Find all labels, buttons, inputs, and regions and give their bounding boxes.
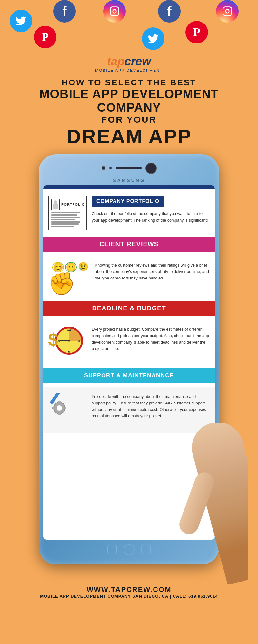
footer-tagline: MOBILE APP DEVELOPMENT COMPANY SAN DIEGO… xyxy=(6,594,252,599)
facebook-icon-2: f xyxy=(158,0,181,23)
logo-text: tapcrew xyxy=(107,55,151,68)
svg-rect-15 xyxy=(58,412,61,415)
instagram-icon-2 xyxy=(216,0,239,23)
logo-crew: crew xyxy=(124,55,151,68)
section-portfolio: PORTFOLIO C xyxy=(43,189,215,237)
twitter-icon-1 xyxy=(10,10,32,32)
twitter-icon-2 xyxy=(142,27,164,50)
deadline-content: Every project has a budget. Compare the … xyxy=(92,326,210,352)
headline-line3: FOR YOUR xyxy=(19,115,239,125)
phone-speaker xyxy=(116,167,142,169)
deadline-strip: DEADLINE & BUDGET xyxy=(43,301,215,320)
clock-svg: 12 3 6 9 xyxy=(55,326,84,355)
support-wrench-icon xyxy=(48,393,87,427)
phone-hand-area: SAMSUNG PORTFOLIO xyxy=(0,154,258,577)
logo: tapcrew xyxy=(107,55,151,68)
support-strip: SUPPORT & MAINTENANNCE xyxy=(43,368,215,387)
section-deadline: $ xyxy=(43,320,215,368)
page-background: f f P P tapcrew Mobile App Development H… xyxy=(0,0,258,644)
headline-area: HOW TO SELECT THE BEST MOBILE APP DEVELO… xyxy=(0,74,258,154)
svg-rect-16 xyxy=(64,407,66,409)
sad-face: 😢 xyxy=(78,262,88,273)
phone-back-button[interactable] xyxy=(107,545,117,554)
portfolio-text: Check out the portfolio of the company t… xyxy=(92,211,210,223)
social-icons-area: f f P P xyxy=(0,0,258,52)
fist-emoji: ✊ xyxy=(48,272,75,294)
logo-subtitle: Mobile App Development xyxy=(0,68,258,73)
portfolio-person-icon xyxy=(51,199,60,210)
portfolio-content: COMPANY PORTFOLIO Check out the portfoli… xyxy=(92,196,210,223)
svg-rect-0 xyxy=(110,7,119,16)
wrench-gear-svg xyxy=(48,393,84,426)
support-content: Pre-decide with the company about their … xyxy=(92,393,210,419)
svg-point-13 xyxy=(57,405,62,411)
reviews-icon: ✊ 😊 😐 😢 xyxy=(48,262,90,294)
svg-text:6: 6 xyxy=(68,349,70,353)
phone-camera-main xyxy=(145,163,157,174)
svg-rect-14 xyxy=(58,401,61,403)
hand-area xyxy=(177,423,248,584)
support-text: Pre-decide with the company about their … xyxy=(92,393,210,419)
logo-tap: tap xyxy=(107,55,124,68)
section-reviews: ✊ 😊 😐 😢 Knowing the customer reviews and… xyxy=(43,256,215,301)
reviews-badge: CLIENT REVIEWS xyxy=(43,237,215,252)
reviews-strip: CLIENT REVIEWS xyxy=(43,237,215,256)
headline-line4: DREAM APP xyxy=(19,125,239,148)
svg-text:12: 12 xyxy=(67,328,71,331)
pinterest-icon-1: P xyxy=(34,26,56,48)
portfolio-label: PORTFOLIO xyxy=(61,203,85,206)
reviews-text: Knowing the customer reviews and their r… xyxy=(95,262,210,281)
reviews-content: Knowing the customer reviews and their r… xyxy=(95,262,210,281)
svg-text:3: 3 xyxy=(78,339,80,342)
phone-menu-button[interactable] xyxy=(141,545,151,554)
deadline-text: Every project has a budget. Compare the … xyxy=(92,326,210,352)
deadline-badge: DEADLINE & BUDGET xyxy=(43,301,215,316)
svg-text:9: 9 xyxy=(58,339,60,342)
support-badge: SUPPORT & MAINTENANNCE xyxy=(43,368,215,383)
happy-face: 😊 xyxy=(52,262,64,273)
logo-area: tapcrew Mobile App Development xyxy=(0,52,258,74)
svg-rect-2 xyxy=(223,7,232,16)
screen-header-bar xyxy=(43,185,215,189)
neutral-face: 😐 xyxy=(65,262,77,273)
footer-url: WWW.TAPCREW.COM xyxy=(6,585,252,594)
pinterest-icon-2: P xyxy=(185,21,208,43)
emoji-faces: 😊 😐 😢 xyxy=(52,262,88,273)
clock-dollar-icon: $ xyxy=(48,326,87,362)
phone-sensor xyxy=(109,167,112,169)
phone-home-button[interactable] xyxy=(124,544,135,555)
svg-rect-17 xyxy=(52,407,55,409)
phone-top-bar xyxy=(43,160,215,178)
portfolio-icon: PORTFOLIO xyxy=(48,196,87,230)
instagram-icon-1 xyxy=(103,0,126,23)
facebook-icon-1: f xyxy=(53,0,76,23)
phone-camera xyxy=(102,166,105,170)
phone-brand: SAMSUNG xyxy=(43,178,215,185)
headline-line1: HOW TO SELECT THE BEST xyxy=(19,78,239,88)
portfolio-badge: COMPANY PORTFOLIO xyxy=(92,196,164,207)
headline-line2: MOBILE APP DEVELOPMENT COMPANY xyxy=(19,88,239,115)
